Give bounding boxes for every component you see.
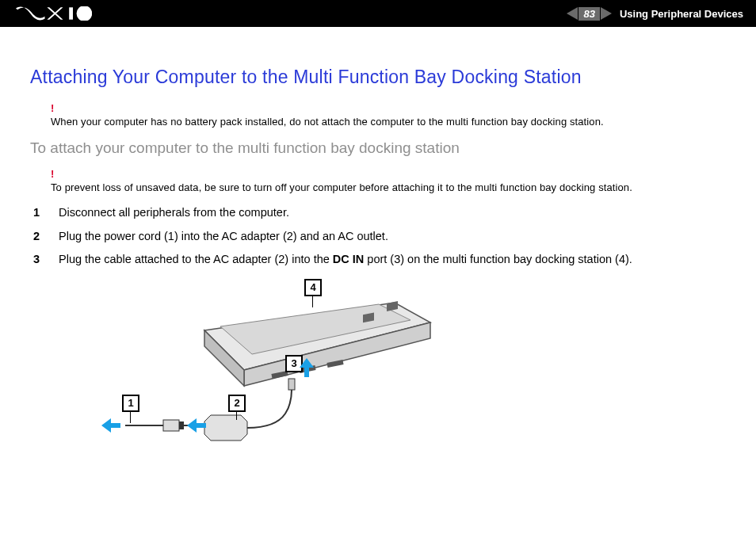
header-bar: 83 Using Peripheral Devices	[0, 0, 756, 27]
step-text: Disconnect all peripherals from the comp…	[59, 205, 289, 221]
step-number: 1	[33, 205, 44, 221]
sub-heading: To attach your computer to the multi fun…	[30, 139, 726, 157]
callout-2: 2	[228, 395, 246, 412]
docking-figure: 1 2 3 4	[101, 279, 442, 461]
svg-rect-0	[69, 7, 73, 19]
step-number: 2	[33, 229, 44, 245]
step-text: Plug the cable attached to the AC adapte…	[59, 252, 632, 268]
arrow-up-icon	[301, 358, 312, 377]
svg-marker-13	[204, 415, 247, 441]
callout-4: 4	[304, 279, 322, 296]
svg-rect-14	[288, 379, 295, 390]
page-nav: 83	[567, 7, 611, 21]
power-adapter-illustration	[101, 279, 307, 461]
warning-icon: !	[51, 168, 726, 180]
warning-1-text: When your computer has no battery pack i…	[51, 116, 604, 128]
page-title: Attaching Your Computer to the Multi Fun…	[30, 67, 726, 88]
section-title: Using Peripheral Devices	[620, 8, 743, 20]
callout-stem	[236, 412, 237, 420]
svg-point-1	[78, 7, 90, 19]
arrow-left-icon	[101, 420, 120, 431]
svg-rect-12	[179, 421, 184, 429]
step-number: 3	[33, 252, 44, 268]
next-page-icon[interactable]	[601, 7, 612, 20]
step-list: 1 Disconnect all peripherals from the co…	[33, 205, 726, 268]
vaio-logo	[16, 6, 92, 21]
warning-1: ! When your computer has no battery pack…	[51, 102, 726, 128]
callout-stem	[130, 412, 131, 423]
arrow-left-icon	[187, 420, 206, 431]
page-number: 83	[578, 7, 599, 21]
step-1: 1 Disconnect all peripherals from the co…	[33, 205, 726, 221]
page-content: Attaching Your Computer to the Multi Fun…	[0, 27, 756, 461]
callout-1: 1	[122, 395, 139, 412]
prev-page-icon[interactable]	[567, 7, 578, 20]
warning-icon: !	[51, 102, 726, 114]
svg-line-8	[327, 362, 343, 365]
svg-rect-11	[163, 420, 179, 431]
step-3: 3 Plug the cable attached to the AC adap…	[33, 252, 726, 268]
warning-2-text: To prevent loss of unsaved data, be sure…	[51, 181, 632, 193]
step-text: Plug the power cord (1) into the AC adap…	[59, 229, 388, 245]
callout-stem	[312, 296, 313, 307]
step-2: 2 Plug the power cord (1) into the AC ad…	[33, 229, 726, 245]
warning-2: ! To prevent loss of unsaved data, be su…	[51, 168, 726, 194]
